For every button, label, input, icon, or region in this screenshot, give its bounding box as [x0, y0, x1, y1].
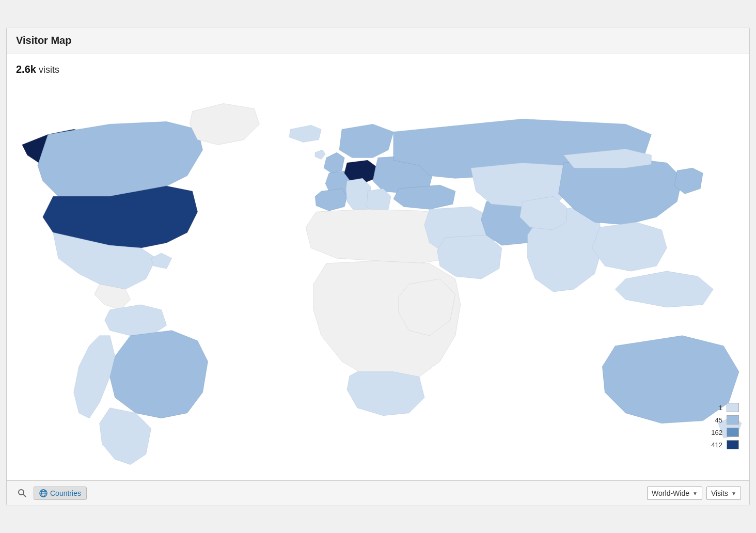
- search-button[interactable]: [15, 486, 29, 500]
- map-legend: 1 45 162 412: [707, 403, 739, 449]
- legend-box-1: [727, 403, 739, 412]
- legend-box-3: [727, 428, 739, 437]
- footer-right: World-Wide ▼ Visits ▼: [647, 487, 741, 500]
- legend-box-4: [727, 440, 739, 449]
- region-value: World-Wide: [652, 489, 689, 497]
- metric-value: Visits: [711, 489, 728, 497]
- region-dropdown[interactable]: World-Wide ▼: [647, 487, 702, 500]
- legend-value-2: 45: [707, 416, 722, 424]
- metric-dropdown-arrow: ▼: [731, 491, 736, 496]
- legend-item-1: 1: [707, 403, 739, 412]
- colombia-venezuela: [105, 305, 167, 336]
- map-svg: [7, 77, 749, 480]
- legend-value-4: 412: [707, 441, 722, 449]
- region-dropdown-arrow: ▼: [692, 491, 698, 496]
- southeast-asia: [592, 222, 667, 271]
- visits-text: visits: [39, 65, 59, 75]
- world-map: 1 45 162 412: [7, 77, 749, 480]
- visitor-map-widget: Visitor Map 2.6k visits: [6, 27, 750, 506]
- legend-value-3: 162: [707, 429, 722, 436]
- svg-line-2: [23, 494, 26, 497]
- visits-count: 2.6k: [16, 64, 36, 75]
- globe-icon: [39, 489, 48, 497]
- search-icon: [18, 489, 27, 498]
- legend-item-2: 45: [707, 415, 739, 425]
- widget-footer: Countries World-Wide ▼ Visits ▼: [7, 480, 749, 506]
- footer-left: Countries: [15, 486, 87, 500]
- legend-box-2: [727, 415, 739, 425]
- legend-value-1: 1: [707, 404, 722, 412]
- widget-body: 2.6k visits: [7, 54, 749, 480]
- metric-dropdown[interactable]: Visits ▼: [706, 487, 741, 500]
- visits-summary: 2.6k visits: [7, 59, 749, 77]
- turkey: [393, 185, 455, 209]
- widget-title: Visitor Map: [16, 35, 740, 46]
- legend-item-3: 162: [707, 428, 739, 437]
- countries-button[interactable]: Countries: [34, 487, 87, 500]
- svg-point-1: [19, 490, 24, 495]
- legend-item-4: 412: [707, 440, 739, 449]
- widget-header: Visitor Map: [7, 27, 749, 54]
- countries-label: Countries: [50, 489, 81, 497]
